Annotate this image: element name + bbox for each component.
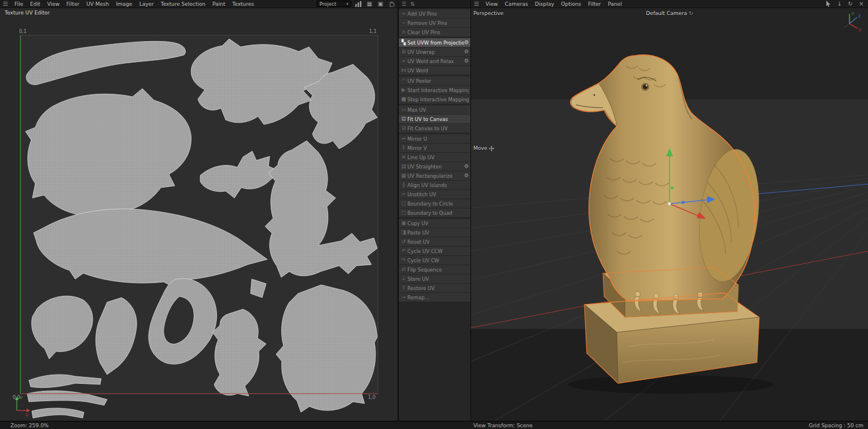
uv-command-uv-peeler: ◠UV Peeler (399, 76, 470, 85)
uv-command-label: Copy UV (407, 221, 428, 226)
uv-command-label: Cycle UV CW (407, 258, 439, 263)
uv-command-group: ↔Mirror U↕Mirror V≡Line Up UV▤UV Straigh… (399, 134, 470, 217)
uv-command-cycle-uv-ccw: ↶Cycle UV CCW (399, 247, 470, 255)
menu-item-panel[interactable]: Panel (605, 1, 626, 7)
uv-command-label: Restore UV (407, 285, 435, 291)
menu-item-filter[interactable]: Filter (584, 1, 604, 7)
menu-item-view[interactable]: View (43, 1, 62, 7)
panel-title: Texture UV Editor (5, 10, 50, 16)
eagle-statue[interactable] (568, 55, 774, 394)
uv-command-unstitch-uv: ✂Unstitch UV (399, 190, 470, 199)
clear-pins-icon: × (400, 30, 407, 35)
view-transform-status: View Transform: Scene (473, 423, 532, 428)
gear-icon[interactable]: ⚙ (464, 49, 469, 54)
gizmo-center[interactable] (668, 203, 671, 206)
peeler-icon: ◠ (400, 78, 407, 83)
uv-command-start-interactive-mapping: ▶Start Interactive Mapping (399, 86, 470, 94)
uv-command-label: Cycle UV CCW (407, 248, 443, 254)
checker-icon: ▚ (400, 40, 407, 45)
uv-command-uv-straighten: ▤UV Straighten⚙ (399, 162, 470, 171)
uv-command-store-uv: ↓Store UV (399, 274, 470, 283)
uv-command-label: Store UV (407, 276, 429, 282)
uv-command-remove-uv-pins: −Remove UV Pins (399, 19, 470, 27)
rotate-icon[interactable]: ↻ (847, 1, 854, 8)
viewport-scene (471, 8, 868, 421)
fit-uv-icon: ⊡ (400, 116, 407, 122)
menu-item-file[interactable]: File (11, 1, 27, 7)
menu-icon[interactable]: ☰ (0, 1, 11, 7)
uv-corner-bottom-left: 0,0 (13, 395, 20, 400)
svg-text:V: V (20, 395, 23, 400)
weld-icon: ⋈ (400, 68, 407, 73)
menu-item-edit[interactable]: Edit (27, 1, 43, 7)
menu-item-layer[interactable]: Layer (136, 1, 157, 7)
menu-item-options[interactable]: Options (558, 1, 585, 7)
uv-command-label: Align UV Islands (407, 182, 447, 188)
menu-item-textures[interactable]: Textures (229, 1, 258, 7)
menu-item-image[interactable]: Image (112, 1, 135, 7)
menu-item-uv-mesh[interactable]: UV Mesh (83, 1, 112, 7)
beak-nostril (594, 94, 595, 96)
align-islands-icon: ∥ (400, 182, 407, 188)
menu-item-view[interactable]: View (482, 1, 501, 7)
gear-icon[interactable]: ⚙ (464, 173, 469, 178)
gear-icon[interactable]: ⚙ (464, 58, 469, 64)
grid-icon[interactable]: ▦ (366, 1, 373, 8)
boundary-quad-icon: □ (400, 210, 407, 215)
uv-command-mirror-u: ↔Mirror U (399, 134, 470, 143)
menu-item-texture-selection[interactable]: Texture Selection (157, 1, 209, 7)
uv-command-set-uvw-from-projection[interactable]: ▚Set UVW from Projection⚙ (399, 38, 470, 47)
menu-item-display[interactable]: Display (531, 1, 557, 7)
uv-command-flip-sequence: ⇄Flip Sequence (399, 265, 470, 274)
chevron-down-icon: ▾ (346, 2, 348, 6)
reset-icon: ↺ (400, 239, 407, 244)
3d-viewport[interactable]: Perspective Default Camera↻ Move Y Z X (471, 8, 868, 421)
sort-icon[interactable]: ⇅ (410, 1, 415, 7)
uv-command-paste-uv: ◨Paste UV (399, 228, 470, 237)
uv-command-boundary-to-circle: ○Boundary to Circle (399, 199, 470, 208)
project-dropdown[interactable]: Project ▾ (317, 1, 351, 7)
uv-command-label: Add UV Pins (407, 11, 437, 17)
menu-item-cameras[interactable]: Cameras (501, 1, 531, 7)
uv-command-align-uv-islands: ∥Align UV Islands (399, 181, 470, 189)
uv-command-fit-uv-to-canvas[interactable]: ⊡Fit UV to Canvas (399, 115, 470, 123)
straighten-icon: ▤ (400, 164, 407, 169)
uv-command-stop-interactive-mapping: ■Stop Interactive Mapping (399, 95, 470, 104)
menu-icon[interactable]: ☰ (471, 1, 482, 7)
close-icon[interactable]: × (858, 1, 865, 8)
gizmo-plane-handle-green[interactable] (671, 186, 674, 189)
weld-relax-icon: ≈ (400, 58, 407, 64)
menu-item-filter[interactable]: Filter (63, 1, 83, 7)
uv-canvas[interactable]: V U 0,1 1,1 0,0 1,0 (0, 16, 398, 421)
cursor-icon[interactable] (825, 1, 832, 8)
uv-canvas-svg[interactable]: V U (0, 16, 398, 421)
uv-command-copy-uv: ▣Copy UV (399, 219, 470, 228)
uv-command-group: ▚Set UVW from Projection⚙⊞UV Unwrap⚙≈UV … (399, 38, 470, 75)
play-icon: ▶ (400, 87, 407, 93)
menu-icon[interactable]: ☰ (402, 1, 406, 7)
uv-command-uv-weld: ⋈UV Weld (399, 66, 470, 75)
uv-command-label: Paste UV (407, 230, 429, 236)
uv-command-line-up-uv: ≡Line Up UV (399, 153, 470, 162)
histogram-icon[interactable] (355, 1, 362, 8)
gear-icon[interactable]: ⚙ (464, 40, 469, 45)
tool-label: Move (473, 145, 494, 151)
flip-sequence-icon: ⇄ (400, 267, 407, 272)
uv-corner-top-left: 0,1 (19, 29, 27, 34)
uv-command-boundary-to-quad: □Boundary to Quad (399, 208, 470, 217)
uv-command-label: Line Up UV (407, 155, 435, 160)
uv-command-label: Fit UV to Canvas (407, 116, 448, 122)
uv-command-label: UV Peeler (407, 78, 431, 84)
uv-command-group: ▭Max UV⊡Fit UV to Canvas⊟Fit Canvas to U… (399, 105, 470, 133)
uv-command-label: Clear UV Pins (407, 30, 440, 35)
menu-item-paint[interactable]: Paint (209, 1, 229, 7)
down-arrow-icon[interactable]: ↓ (836, 1, 843, 8)
uv-command-uv-weld-and-relax: ≈UV Weld and Relax⚙ (399, 57, 470, 65)
orientation-gizmo[interactable]: Y Z X (838, 10, 863, 34)
app-window: ☰ FileEditViewFilterUV MeshImageLayerTex… (0, 0, 868, 429)
uv-command-mirror-v: ↕Mirror V (399, 144, 470, 152)
package-icon[interactable]: ▣ (377, 1, 384, 8)
hand-icon[interactable] (388, 1, 395, 8)
uv-command-list: +Add UV Pins−Remove UV Pins×Clear UV Pin… (399, 8, 470, 302)
gear-icon[interactable]: ⚙ (464, 164, 469, 169)
